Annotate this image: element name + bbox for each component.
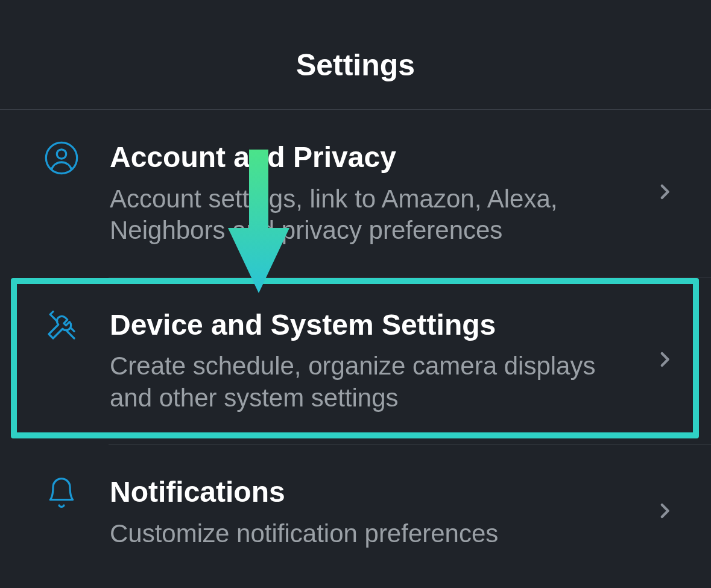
header: Settings: [0, 0, 711, 110]
row-title: Notifications: [110, 475, 627, 510]
chevron-right-icon: [654, 349, 675, 372]
row-content: Notifications Customize notification pre…: [110, 475, 675, 549]
row-title: Device and System Settings: [110, 308, 627, 343]
settings-row-notifications[interactable]: Notifications Customize notification pre…: [0, 444, 711, 580]
tools-icon: [43, 308, 80, 344]
row-content: Account and Privacy Account settings, li…: [110, 140, 675, 247]
row-subtitle: Customize notification preferences: [110, 518, 627, 550]
chevron-right-icon: [654, 182, 675, 204]
row-title: Account and Privacy: [110, 140, 627, 175]
chevron-right-icon: [654, 501, 675, 523]
settings-row-device-system[interactable]: Device and System Settings Create schedu…: [0, 277, 711, 444]
settings-list: Account and Privacy Account settings, li…: [0, 110, 711, 580]
bell-icon: [43, 475, 80, 511]
page-title: Settings: [296, 48, 415, 83]
row-subtitle: Create schedule, organize camera display…: [110, 350, 627, 414]
row-subtitle: Account settings, link to Amazon, Alexa,…: [110, 183, 627, 247]
svg-point-1: [57, 150, 66, 159]
row-content: Device and System Settings Create schedu…: [110, 308, 675, 414]
settings-row-account-privacy[interactable]: Account and Privacy Account settings, li…: [0, 110, 711, 277]
user-icon: [43, 140, 80, 176]
